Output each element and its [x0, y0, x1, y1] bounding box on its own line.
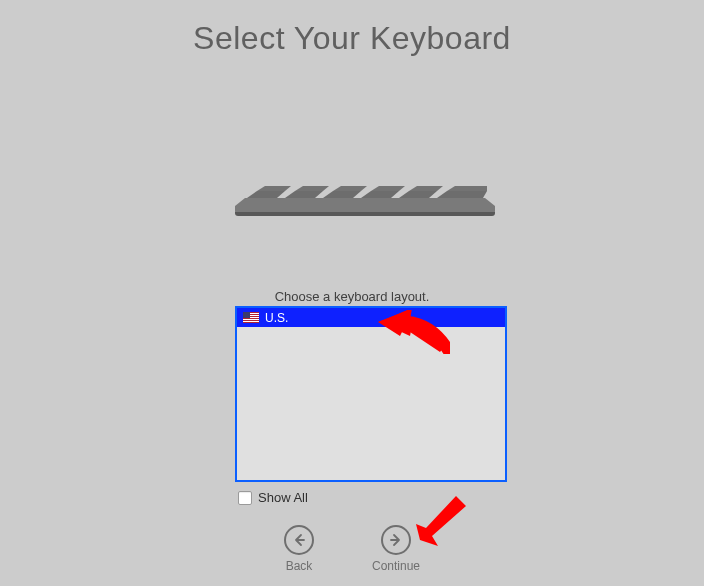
nav-bar: Back Continue [0, 525, 704, 573]
svg-marker-0 [235, 198, 495, 206]
svg-marker-3 [323, 191, 361, 198]
keyboard-illustration [235, 170, 495, 216]
back-label: Back [286, 559, 313, 573]
list-item[interactable]: U.S. [237, 308, 505, 327]
page-title: Select Your Keyboard [193, 20, 511, 57]
svg-marker-12 [447, 186, 487, 191]
arrow-right-icon [381, 525, 411, 555]
continue-button[interactable]: Continue [372, 525, 420, 573]
show-all-label: Show All [258, 490, 308, 505]
svg-marker-7 [257, 186, 291, 191]
svg-marker-10 [371, 186, 405, 191]
svg-marker-1 [247, 191, 285, 198]
flag-us-icon [243, 312, 259, 323]
svg-marker-4 [361, 191, 399, 198]
svg-marker-11 [409, 186, 443, 191]
svg-marker-5 [399, 191, 437, 198]
continue-label: Continue [372, 559, 420, 573]
svg-marker-6 [437, 191, 487, 198]
arrow-left-icon [284, 525, 314, 555]
keyboard-layout-list[interactable]: U.S. [235, 306, 507, 482]
svg-marker-9 [333, 186, 367, 191]
back-button[interactable]: Back [284, 525, 314, 573]
checkbox-icon [238, 491, 252, 505]
show-all-checkbox[interactable]: Show All [238, 490, 308, 505]
setup-assistant-page: Select Your Keyboard [0, 0, 704, 586]
instruction-label: Choose a keyboard layout. [0, 289, 704, 304]
svg-marker-2 [285, 191, 323, 198]
svg-marker-8 [295, 186, 329, 191]
list-item-label: U.S. [265, 311, 288, 325]
